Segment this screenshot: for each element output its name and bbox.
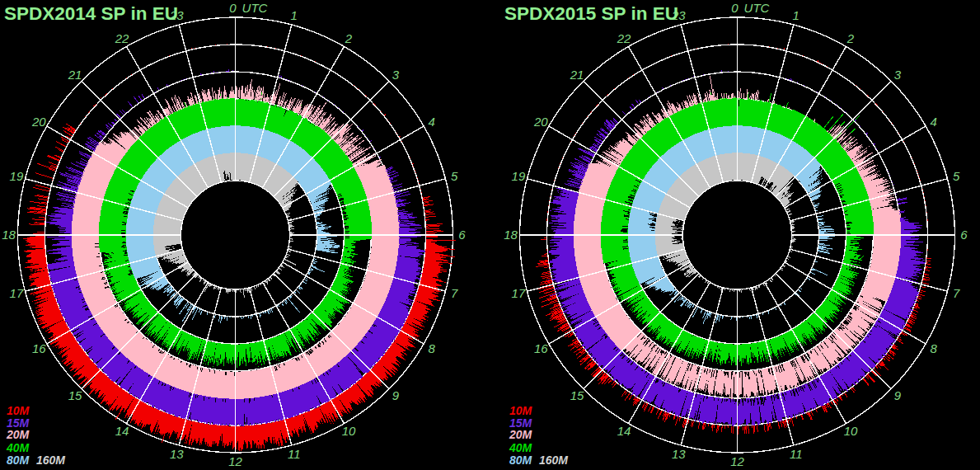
svg-text:8: 8 (429, 341, 436, 355)
svg-text:20M: 20M (509, 428, 532, 441)
svg-text:12: 12 (228, 454, 242, 468)
svg-text:10: 10 (844, 424, 858, 438)
svg-text:11: 11 (790, 447, 803, 461)
svg-text:19: 19 (512, 169, 526, 183)
svg-text:3: 3 (392, 68, 400, 82)
svg-text:UTC: UTC (744, 1, 770, 15)
svg-text:1: 1 (291, 8, 298, 22)
svg-text:11: 11 (288, 447, 301, 461)
svg-text:12: 12 (730, 454, 744, 468)
svg-text:19: 19 (10, 169, 24, 183)
svg-text:18: 18 (504, 228, 518, 242)
svg-text:3: 3 (894, 68, 902, 82)
svg-text:7: 7 (953, 286, 960, 300)
svg-text:4: 4 (429, 115, 435, 129)
svg-text:17: 17 (512, 286, 526, 300)
svg-text:15: 15 (68, 388, 82, 402)
svg-text:20M: 20M (6, 428, 30, 441)
svg-text:9: 9 (392, 388, 400, 402)
svg-text:13: 13 (170, 447, 184, 461)
svg-text:40M: 40M (509, 441, 532, 454)
svg-text:16: 16 (32, 341, 46, 355)
svg-text:160M: 160M (539, 454, 568, 467)
svg-text:0: 0 (229, 1, 237, 15)
svg-text:17: 17 (10, 286, 24, 300)
svg-text:8: 8 (931, 341, 938, 355)
svg-text:1: 1 (793, 8, 799, 22)
svg-text:22: 22 (617, 31, 631, 45)
svg-text:UTC: UTC (242, 1, 268, 15)
svg-text:13: 13 (672, 447, 686, 461)
svg-text:21: 21 (570, 68, 584, 82)
svg-text:20: 20 (31, 115, 46, 129)
svg-text:14: 14 (617, 424, 631, 438)
svg-text:160M: 160M (36, 454, 65, 467)
svg-text:80M: 80M (7, 454, 30, 467)
svg-text:20: 20 (533, 115, 548, 129)
svg-text:15: 15 (570, 388, 584, 402)
svg-text:18: 18 (2, 228, 16, 242)
svg-text:22: 22 (115, 31, 129, 45)
svg-text:21: 21 (68, 68, 82, 82)
svg-text:9: 9 (894, 388, 902, 402)
svg-text:4: 4 (931, 115, 937, 129)
svg-text:16: 16 (534, 341, 548, 355)
svg-text:14: 14 (115, 424, 129, 438)
svg-text:SPDX2015 SP in EU: SPDX2015 SP in EU (504, 3, 678, 24)
svg-text:40M: 40M (6, 441, 30, 454)
svg-text:80M: 80M (509, 454, 532, 467)
svg-text:7: 7 (451, 286, 458, 300)
svg-text:SPDX2014 SP in EU: SPDX2014 SP in EU (4, 3, 178, 24)
svg-text:5: 5 (953, 169, 960, 183)
svg-text:0: 0 (731, 1, 739, 15)
svg-text:2: 2 (846, 31, 855, 45)
svg-text:6: 6 (960, 228, 968, 242)
svg-text:10: 10 (342, 424, 356, 438)
svg-text:5: 5 (451, 169, 458, 183)
svg-text:2: 2 (345, 31, 353, 45)
svg-text:6: 6 (458, 228, 466, 242)
